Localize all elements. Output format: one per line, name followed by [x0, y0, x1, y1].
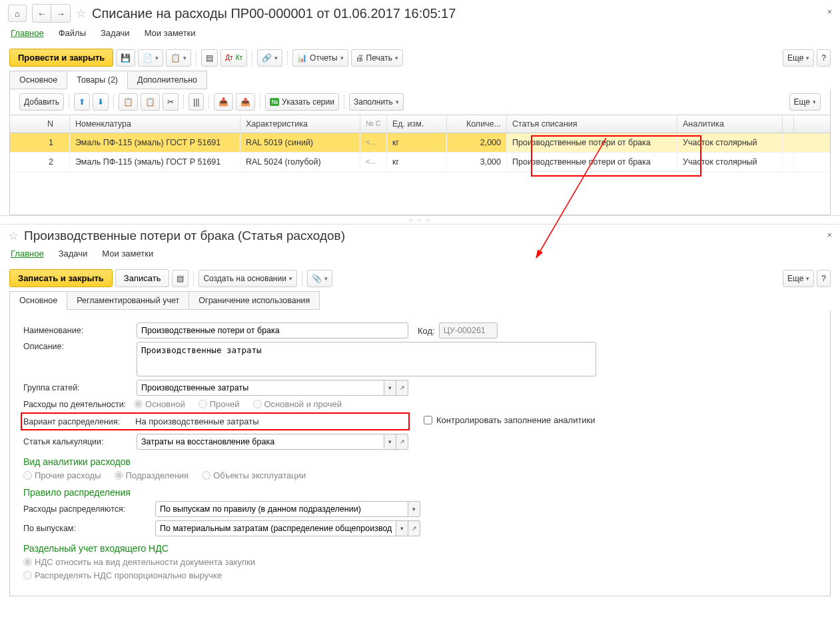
nav-tab-files[interactable]: Файлы: [59, 28, 86, 38]
dtkt-button[interactable]: ДтКт: [220, 49, 247, 67]
label-activity: Расходы по деятельности:: [23, 400, 126, 409]
header-n[interactable]: N: [10, 115, 70, 133]
nav-tabs-top: Главное Файлы Задачи Мои заметки: [0, 25, 840, 45]
more-button[interactable]: Еще ▾: [783, 270, 814, 287]
splitter[interactable]: ○ ○ ○: [0, 215, 840, 225]
separator: [193, 271, 194, 286]
header-article[interactable]: Статья списания: [507, 115, 677, 133]
list-icon-button[interactable]: ▤: [172, 270, 189, 287]
desc-input[interactable]: [137, 342, 596, 376]
header-unit[interactable]: Ед. изм.: [387, 115, 447, 133]
section-analytics: Вид аналитики расходов: [23, 456, 817, 467]
nav-tab-tasks[interactable]: Задачи: [59, 249, 88, 259]
header-last: [783, 115, 794, 133]
separator: [209, 95, 209, 109]
post-close-button[interactable]: Провести и закрыть: [9, 49, 113, 67]
separator: [344, 95, 344, 109]
byrel-input[interactable]: [155, 520, 396, 536]
favorite-star-icon[interactable]: ☆: [8, 229, 19, 243]
open-button[interactable]: ↗: [396, 380, 408, 396]
radio-both: Основной и прочей: [253, 399, 342, 409]
item-title: Производственные потери от брака (Статья…: [24, 229, 345, 243]
split-button[interactable]: ✂: [163, 93, 179, 111]
home-button[interactable]: ⌂: [8, 5, 27, 22]
nav-tab-tasks[interactable]: Задачи: [101, 28, 130, 38]
distby-input[interactable]: [155, 501, 408, 517]
sub-tab-reg[interactable]: Регламентированный учет: [67, 291, 189, 310]
post-icon-button[interactable]: 📄▾: [138, 49, 163, 67]
radio-main: Основной: [134, 399, 185, 409]
open-button[interactable]: ↗: [408, 520, 420, 536]
open-button[interactable]: ↗: [396, 434, 408, 450]
reports-button[interactable]: 📊 Отчеты ▾: [292, 49, 348, 67]
sub-tab-goods[interactable]: Товары (2): [67, 71, 128, 89]
structure-button[interactable]: ▤: [201, 49, 218, 67]
help-button[interactable]: ?: [817, 49, 831, 67]
radio-objects: Объекты эксплуатации: [202, 470, 306, 480]
import-button[interactable]: 📥: [214, 93, 233, 111]
barcode-button[interactable]: |||: [189, 93, 204, 111]
dt-button[interactable]: 📋▾: [166, 49, 191, 67]
nav-tab-notes[interactable]: Мои заметки: [145, 28, 196, 38]
close-button[interactable]: ×: [827, 7, 832, 17]
label-distby: Расходы распределяются:: [23, 504, 151, 514]
move-up-button[interactable]: ⬆: [74, 93, 90, 111]
code-input: [439, 322, 498, 338]
sub-tab-limit[interactable]: Ограничение использования: [189, 291, 320, 310]
radio-dept: Подразделения: [115, 470, 189, 480]
series-button[interactable]: № Указать серии: [265, 93, 339, 111]
move-down-button[interactable]: ⬇: [93, 93, 109, 111]
print-button[interactable]: 🖨 Печать ▾: [351, 49, 403, 67]
dropdown-button[interactable]: ▾: [408, 501, 420, 517]
radio-vat2: Распределять НДС пропорционально выручке: [23, 570, 222, 580]
header-qty[interactable]: Количе...: [447, 115, 507, 133]
label-code: Код:: [418, 326, 435, 336]
nav-tab-main[interactable]: Главное: [11, 249, 44, 259]
export-button[interactable]: 📤: [236, 93, 255, 111]
control-checkbox[interactable]: [424, 416, 432, 424]
nav-tab-main[interactable]: Главное: [11, 28, 44, 38]
label-name: Наименование:: [23, 326, 133, 335]
dropdown-button[interactable]: ▾: [384, 434, 396, 450]
help-button[interactable]: ?: [817, 270, 831, 287]
grid-more-button[interactable]: Еще ▾: [789, 93, 821, 111]
radio-vat1: НДС относить на вид деятельности докумен…: [23, 557, 255, 567]
header-nomenclature[interactable]: Номенклатура: [70, 115, 240, 133]
separator: [302, 271, 302, 286]
create-based-button[interactable]: Создать на основании ▾: [199, 270, 297, 287]
dropdown-button[interactable]: ▾: [384, 380, 396, 396]
save-icon-button[interactable]: 💾: [116, 49, 135, 67]
group-input[interactable]: [137, 380, 384, 396]
save-close-button[interactable]: Записать и закрыть: [9, 269, 113, 287]
table-row[interactable]: 1 Эмаль ПФ-115 (эмаль) ГОСТ Р 51691 RAL …: [10, 133, 830, 153]
save-button[interactable]: Записать: [115, 269, 170, 287]
calc-input[interactable]: [137, 434, 384, 450]
add-row-button[interactable]: Добавить: [19, 93, 64, 111]
variant-value: На производственные затраты: [135, 416, 259, 426]
related-button[interactable]: 🔗▾: [257, 49, 282, 67]
nav-tab-notes[interactable]: Мои заметки: [102, 249, 153, 259]
more-button[interactable]: Еще ▾: [783, 49, 814, 67]
favorite-star-icon[interactable]: ☆: [76, 6, 87, 21]
header-characteristic[interactable]: Характеристика: [240, 115, 360, 133]
copy-button[interactable]: 📋: [119, 93, 138, 111]
separator: [287, 51, 288, 65]
back-button[interactable]: ←: [33, 5, 51, 22]
sub-tab-main[interactable]: Основное: [9, 71, 67, 89]
header-analytics[interactable]: Аналитика: [677, 115, 783, 133]
sub-tab-main[interactable]: Основное: [9, 291, 67, 310]
section-rule: Правило распределения: [23, 487, 817, 498]
fill-button[interactable]: Заполнить ▾: [349, 93, 404, 111]
table-row[interactable]: 2 Эмаль ПФ-115 (эмаль) ГОСТ Р 51691 RAL …: [10, 153, 830, 172]
radio-other-exp: Прочие расходы: [23, 470, 101, 480]
attach-button[interactable]: 📎▾: [307, 270, 332, 287]
name-input[interactable]: [137, 322, 408, 338]
close-button[interactable]: ×: [827, 230, 832, 240]
header-series[interactable]: № С: [360, 115, 387, 133]
separator: [113, 95, 114, 109]
dropdown-button[interactable]: ▾: [396, 520, 408, 536]
forward-button[interactable]: →: [51, 5, 70, 22]
paste-button[interactable]: 📋: [141, 93, 160, 111]
sub-tab-additional[interactable]: Дополнительно: [127, 71, 207, 89]
separator: [183, 95, 184, 109]
